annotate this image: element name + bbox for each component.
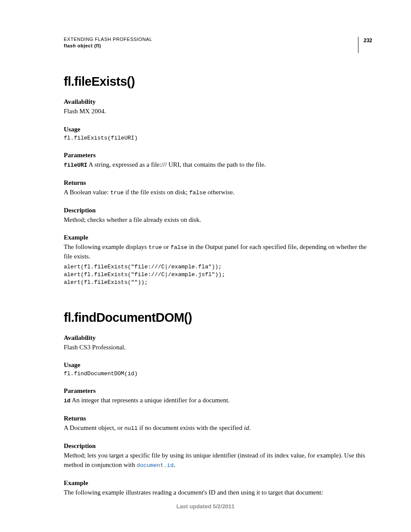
example-code-block: alert(fl.fileExists("file:///C|/example.… bbox=[64, 263, 372, 287]
example-text-2: The following example illustrates readin… bbox=[64, 488, 372, 498]
returns-text: A Boolean value: true if the file exists… bbox=[64, 188, 372, 197]
page-number: 232 bbox=[358, 37, 372, 53]
method-title-fileexists: fl.fileExists() bbox=[64, 75, 372, 89]
example-intro: The following example displays true or f… bbox=[64, 243, 372, 261]
param-name-2: id bbox=[64, 398, 71, 404]
header-book-title: EXTENDING FLASH PROFESSIONAL bbox=[64, 37, 152, 42]
usage-code-2: fl.findDocumentDOM(id) bbox=[64, 370, 372, 378]
param-desc-2: An integer that represents a unique iden… bbox=[71, 397, 230, 404]
param-name: fileURI bbox=[64, 162, 87, 168]
availability-label-2: Availability bbox=[64, 334, 372, 342]
description-label: Description bbox=[64, 207, 372, 214]
document-page: EXTENDING FLASH PROFESSIONAL flash objec… bbox=[0, 0, 411, 532]
returns-label-2: Returns bbox=[64, 415, 372, 422]
header-left: EXTENDING FLASH PROFESSIONAL flash objec… bbox=[64, 37, 152, 48]
parameter-row: fileURI A string, expressed as a file://… bbox=[64, 160, 372, 170]
availability-text-2: Flash CS3 Professional. bbox=[64, 343, 372, 352]
usage-label-2: Usage bbox=[64, 361, 372, 369]
availability-text: Flash MX 2004. bbox=[64, 107, 372, 116]
param-desc: A string, expressed as a file:/// URI, t… bbox=[87, 161, 266, 168]
usage-code: fl.fileExists(fileURI) bbox=[64, 134, 372, 142]
link-document-id[interactable]: document.id bbox=[137, 462, 174, 469]
method-title-finddocumentdom: fl.findDocumentDOM() bbox=[64, 311, 372, 325]
parameters-label-2: Parameters bbox=[64, 387, 372, 395]
page-footer: Last updated 5/2/2011 bbox=[0, 503, 411, 510]
description-text: Method; checks whether a file already ex… bbox=[64, 215, 372, 225]
description-label-2: Description bbox=[64, 442, 372, 450]
parameter-row-2: id An integer that represents a unique i… bbox=[64, 396, 372, 405]
parameters-label: Parameters bbox=[64, 152, 372, 159]
usage-label: Usage bbox=[64, 126, 372, 133]
example-label: Example bbox=[64, 234, 372, 241]
returns-label: Returns bbox=[64, 179, 372, 187]
returns-text-2: A Document object, or null if no documen… bbox=[64, 423, 372, 433]
header-chapter: flash object (fl) bbox=[64, 43, 152, 48]
availability-label: Availability bbox=[64, 98, 372, 106]
example-label-2: Example bbox=[64, 479, 372, 487]
page-header: EXTENDING FLASH PROFESSIONAL flash objec… bbox=[64, 37, 372, 53]
description-text-2: Method; lets you target a specific file … bbox=[64, 451, 372, 470]
